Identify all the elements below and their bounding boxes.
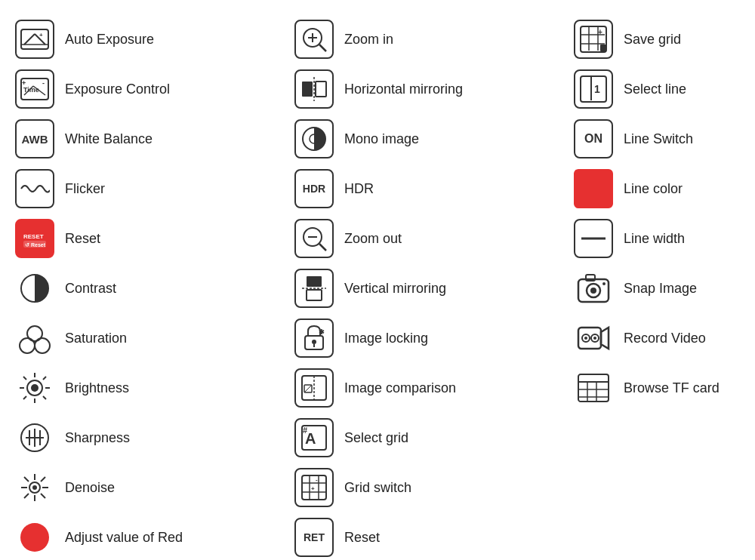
- svg-line-44: [319, 45, 326, 51]
- svg-point-19: [31, 384, 39, 392]
- item-exposure-control[interactable]: Time + - Exposure Control: [8, 65, 287, 113]
- svg-text:+: +: [39, 32, 43, 38]
- contrast-label: Contrast: [65, 281, 116, 297]
- zoom-out-icon: [294, 219, 334, 258]
- item-zoom-out[interactable]: Zoom out: [287, 214, 566, 263]
- line-width-label: Line width: [624, 231, 685, 247]
- item-horizontal-mirror[interactable]: Horizontal mirroring: [287, 65, 566, 113]
- column-3: + Save grid 1 Select line ON Line Switch: [566, 15, 755, 560]
- reset2-label: Reset: [344, 530, 380, 546]
- grid-switch-icon: + -: [294, 468, 334, 507]
- white-balance-icon: AWB: [15, 119, 54, 158]
- item-reset[interactable]: RESET ↺ Reset Reset: [8, 214, 287, 263]
- auto-exposure-icon: +: [15, 20, 54, 59]
- item-denoise[interactable]: Denoise: [8, 463, 287, 512]
- svg-point-97: [593, 337, 596, 340]
- item-contrast[interactable]: Contrast: [8, 264, 287, 312]
- svg-point-42: [32, 485, 37, 490]
- svg-text:+: +: [22, 79, 26, 87]
- record-video-label: Record Video: [624, 331, 706, 346]
- svg-point-16: [20, 338, 35, 353]
- svg-line-27: [23, 396, 26, 399]
- item-auto-exposure[interactable]: + Auto Exposure: [8, 15, 287, 63]
- svg-text:+: +: [598, 28, 602, 36]
- item-zoom-in[interactable]: Zoom in: [287, 15, 566, 63]
- svg-rect-0: [21, 29, 48, 49]
- item-saturation[interactable]: Saturation: [8, 314, 287, 362]
- exposure-control-label: Exposure Control: [65, 82, 170, 97]
- svg-marker-93: [601, 328, 609, 349]
- item-sharpness[interactable]: Sharpness: [8, 414, 287, 462]
- white-balance-label: White Balance: [65, 131, 153, 147]
- adjust-red-label: Adjust value of Red: [65, 530, 183, 546]
- item-select-line[interactable]: 1 Select line: [566, 65, 755, 113]
- column-1: + Auto Exposure Time + - Exposure Contro…: [8, 15, 287, 560]
- line-width-icon: [574, 219, 613, 258]
- item-reset2[interactable]: RET Reset: [287, 513, 566, 560]
- item-mono-image[interactable]: Mono image: [287, 115, 566, 163]
- hdr-icon: HDR: [294, 169, 334, 208]
- line-switch-icon: ON: [574, 119, 613, 158]
- svg-line-38: [24, 477, 29, 482]
- line-switch-label: Line Switch: [624, 131, 693, 147]
- browse-tf-label: Browse TF card: [624, 380, 720, 396]
- mono-image-label: Mono image: [344, 131, 419, 147]
- snap-image-icon: [574, 269, 613, 308]
- item-brightness[interactable]: Brightness: [8, 364, 287, 412]
- svg-rect-83: [581, 76, 606, 102]
- svg-line-41: [24, 494, 29, 498]
- item-snap-image[interactable]: Snap Image: [566, 264, 755, 312]
- item-adjust-red[interactable]: Adjust value of Red: [8, 513, 287, 560]
- select-line-label: Select line: [624, 82, 686, 97]
- brightness-icon: [15, 368, 54, 408]
- svg-line-25: [43, 396, 46, 399]
- saturation-label: Saturation: [65, 331, 127, 346]
- denoise-label: Denoise: [65, 480, 115, 496]
- item-line-color[interactable]: Line color: [566, 165, 755, 213]
- reset2-icon: RET: [294, 518, 334, 557]
- svg-rect-47: [302, 82, 313, 97]
- item-image-comparison[interactable]: Image comparison: [287, 364, 566, 412]
- flicker-label: Flicker: [65, 181, 105, 197]
- svg-text:RESET: RESET: [23, 233, 44, 240]
- image-comparison-icon: [294, 368, 334, 408]
- svg-text:#: #: [303, 426, 307, 435]
- select-grid-icon: A #: [294, 418, 334, 457]
- icon-grid: + Auto Exposure Time + - Exposure Contro…: [0, 0, 755, 560]
- svg-rect-82: [600, 45, 606, 51]
- select-grid-label: Select grid: [344, 430, 408, 446]
- reset-label: Reset: [65, 231, 100, 247]
- item-image-locking[interactable]: ✱ Image locking: [287, 314, 566, 362]
- browse-tf-icon: [574, 368, 613, 408]
- item-browse-tf[interactable]: Browse TF card: [566, 364, 755, 412]
- svg-line-53: [319, 244, 326, 251]
- svg-text:✱: ✱: [319, 328, 325, 336]
- item-flicker[interactable]: Flicker: [8, 165, 287, 213]
- item-select-grid[interactable]: A # Select grid: [287, 414, 566, 462]
- svg-point-17: [35, 338, 50, 353]
- image-comparison-label: Image comparison: [344, 380, 456, 396]
- svg-line-24: [23, 377, 26, 380]
- auto-exposure-label: Auto Exposure: [65, 32, 154, 48]
- saturation-icon: [15, 318, 54, 358]
- svg-line-1: [24, 34, 35, 45]
- snap-image-label: Snap Image: [624, 281, 697, 297]
- vertical-mirror-icon: [294, 269, 334, 308]
- adjust-red-icon: [15, 518, 54, 557]
- sharpness-label: Sharpness: [65, 430, 130, 446]
- item-save-grid[interactable]: + Save grid: [566, 15, 755, 63]
- item-white-balance[interactable]: AWB White Balance: [8, 115, 287, 163]
- grid-switch-label: Grid switch: [344, 480, 411, 496]
- flicker-icon: [15, 169, 54, 208]
- line-color-label: Line color: [624, 181, 683, 197]
- item-record-video[interactable]: Record Video: [566, 314, 755, 362]
- image-locking-label: Image locking: [344, 331, 428, 346]
- item-line-width[interactable]: Line width: [566, 214, 755, 263]
- item-line-switch[interactable]: ON Line Switch: [566, 115, 755, 163]
- item-grid-switch[interactable]: + - Grid switch: [287, 463, 566, 512]
- reset-icon: RESET ↺ Reset: [15, 219, 54, 258]
- item-hdr[interactable]: HDR HDR: [287, 165, 566, 213]
- line-color-icon: [574, 169, 613, 208]
- item-vertical-mirror[interactable]: Vertical mirroring: [287, 264, 566, 312]
- svg-point-95: [584, 337, 587, 340]
